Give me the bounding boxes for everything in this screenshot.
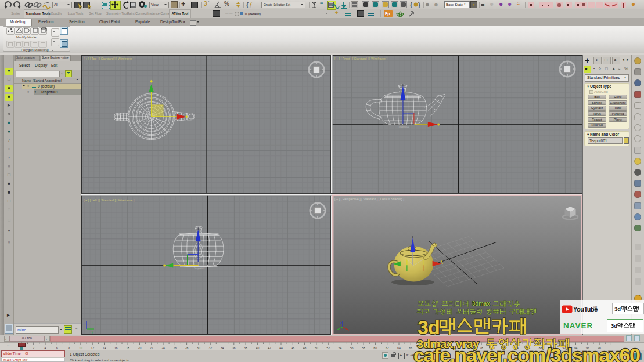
svg-text:52: 52 (326, 346, 330, 350)
svg-text:48: 48 (303, 346, 307, 350)
svg-text:[ + ] [ Front ] [ Standard ] [: [ + ] [ Front ] [ Standard ] [ Wireframe… (334, 57, 387, 60)
svg-text:56: 56 (350, 346, 354, 350)
svg-text:44: 44 (279, 346, 283, 350)
svg-text:Teapot001: Teapot001 (398, 125, 409, 128)
svg-text:8: 8 (68, 346, 70, 350)
svg-text:32: 32 (208, 346, 212, 350)
svg-text:54: 54 (339, 346, 342, 350)
svg-text:{: { (410, 2, 412, 8)
svg-text:14: 14 (103, 346, 106, 350)
svg-text:3dmax: 3dmax (472, 301, 490, 307)
svg-text:f: f (250, 2, 252, 8)
svg-text:[ + ] [ Perspective ] [ Standa: [ + ] [ Perspective ] [ Standard ] [ Def… (334, 197, 405, 201)
svg-text:30: 30 (197, 346, 200, 350)
svg-text:46: 46 (292, 346, 295, 350)
svg-text:40: 40 (256, 346, 260, 350)
svg-text:10: 10 (79, 346, 82, 350)
svg-text:Teapot001: Teapot001 (194, 267, 205, 270)
svg-text:}: } (418, 2, 420, 8)
svg-text:36: 36 (232, 346, 236, 350)
svg-text:22: 22 (150, 346, 153, 350)
svg-text:28: 28 (185, 346, 189, 350)
svg-text:34: 34 (221, 346, 224, 350)
svg-text:[ + ] [ Left ] [ Standard ] [: [ + ] [ Left ] [ Standard ] [ Wireframe … (84, 198, 135, 202)
svg-text:[ + ] [ Top ] [ Standard ] [ W: [ + ] [ Top ] [ Standard ] [ Wireframe ] (84, 57, 134, 60)
svg-text:26: 26 (174, 346, 177, 350)
svg-text:38: 38 (244, 346, 247, 350)
svg-text:4: 4 (45, 346, 46, 350)
svg-text:2: 2 (33, 346, 34, 350)
svg-text:60: 60 (374, 346, 377, 350)
svg-text:16: 16 (114, 346, 118, 350)
svg-text:3d: 3d (418, 316, 440, 338)
svg-text:24: 24 (161, 346, 165, 350)
svg-text:62: 62 (386, 346, 389, 350)
svg-text:42: 42 (268, 346, 271, 350)
svg-text:18: 18 (126, 346, 129, 350)
svg-text:cafe.naver.com/3dsmax60: cafe.naver.com/3dsmax60 (413, 344, 640, 362)
svg-text:20: 20 (138, 346, 142, 350)
svg-text:12: 12 (91, 346, 94, 350)
svg-text:50: 50 (315, 346, 318, 350)
svg-text:58: 58 (362, 346, 365, 350)
svg-text:6: 6 (56, 346, 58, 350)
svg-text:{: { (246, 2, 249, 8)
